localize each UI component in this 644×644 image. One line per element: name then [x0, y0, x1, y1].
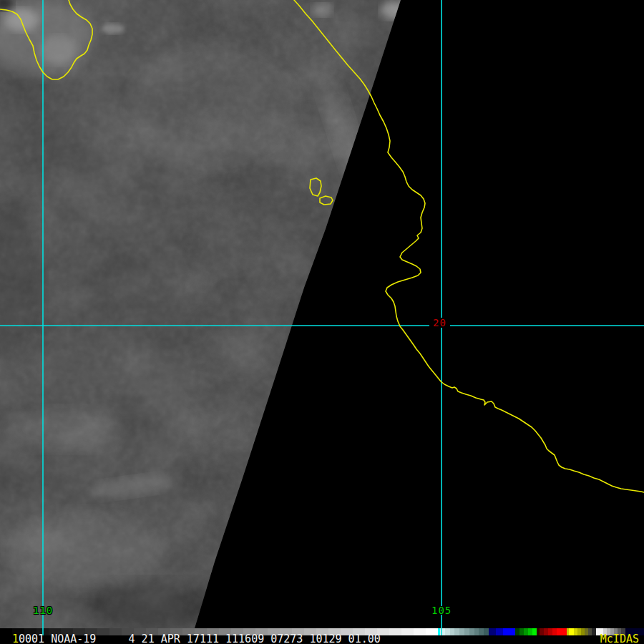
longitude-label-105: 105	[431, 605, 452, 615]
mcidas-brand: McIDAS	[600, 635, 639, 643]
satellite-image-display[interactable]	[0, 0, 644, 635]
longitude-label-110: 110	[33, 605, 53, 615]
frame-number: 1	[12, 633, 19, 644]
status-bar: 10001 NOAA-19 4 21 APR 17111 111609 0727…	[0, 635, 644, 644]
mcidas-image-window: 110 105 20 10001 NOAA-19 4 21 APR 17111 …	[0, 0, 644, 644]
image-annotation-text: 0001 NOAA-19 4 21 APR 17111 111609 07273…	[19, 633, 381, 644]
frame-annotation: 10001 NOAA-19 4 21 APR 17111 111609 0727…	[12, 635, 381, 643]
latitude-label-20: 20	[429, 318, 450, 328]
